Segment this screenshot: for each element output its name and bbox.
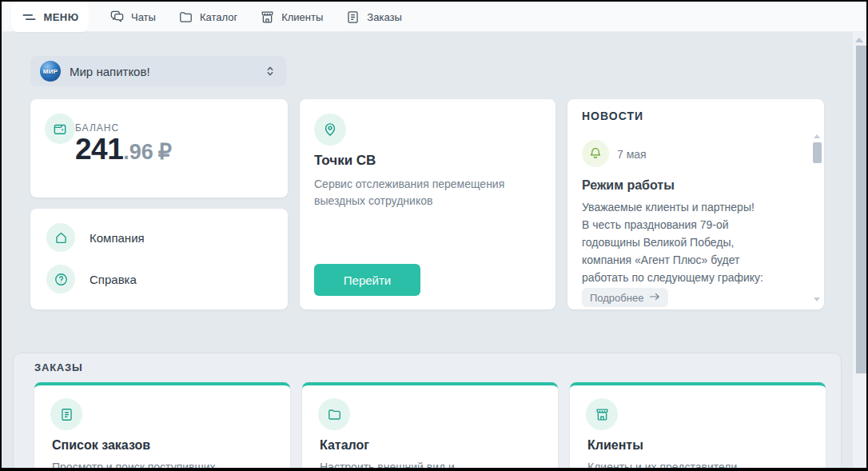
news-header: НОВОСТИ xyxy=(582,110,643,122)
news-card: НОВОСТИ 7 мая Режим работы Уважаемые кли… xyxy=(567,99,824,309)
balance-label: БАЛАНС xyxy=(75,122,119,134)
folder-icon xyxy=(318,398,350,430)
service-card: Точки СВ Сервис отслеживания перемещения… xyxy=(300,99,555,309)
news-more-link[interactable]: Подробнее xyxy=(582,288,668,307)
go-button[interactable]: Перейти xyxy=(314,264,420,296)
balance-fraction: .96 xyxy=(123,140,153,164)
link-label: Компания xyxy=(90,231,145,245)
news-title: Режим работы xyxy=(582,178,675,193)
news-body: Уважаемые клиенты и партнеры! В честь пр… xyxy=(582,199,799,287)
order-card-description: Настроить внешний вид и xyxy=(320,461,543,468)
link-company[interactable]: Компания xyxy=(46,223,145,252)
top-navigation-bar: МЕНЮ Чаты Каталог xyxy=(2,2,866,32)
storefront-icon xyxy=(586,398,618,430)
order-card-title: Список заказов xyxy=(52,438,150,453)
order-card-title: Каталог xyxy=(320,438,369,453)
news-date: 7 мая xyxy=(617,148,647,161)
nav-item-label: Клиенты xyxy=(281,11,323,23)
news-scrollbar-thumb[interactable] xyxy=(813,142,822,163)
menu-lines-icon xyxy=(22,11,37,23)
order-card-catalog[interactable]: Каталог Настроить внешний вид и xyxy=(302,382,558,468)
orders-section-header: ЗАКАЗЫ xyxy=(34,361,83,373)
scroll-up-arrow-icon[interactable] xyxy=(855,38,863,42)
quick-links-card: Компания Справка xyxy=(30,209,288,309)
order-card-description: Клиенты и их представители xyxy=(587,461,811,468)
link-help[interactable]: Справка xyxy=(46,265,137,293)
nav-item-clients[interactable]: Клиенты xyxy=(260,10,323,25)
company-name: Мир напитков! xyxy=(70,65,150,78)
nav-item-label: Каталог xyxy=(200,11,237,23)
nav-item-chats[interactable]: Чаты xyxy=(109,10,156,25)
order-card-clients[interactable]: Клиенты Клиенты и их представители xyxy=(570,382,826,468)
balance-card: БАЛАНС 241.96₽ xyxy=(30,99,288,198)
balance-value: 241.96₽ xyxy=(75,133,172,166)
scroll-down-arrow-icon[interactable] xyxy=(814,297,820,301)
nav-item-label: Чаты xyxy=(131,11,156,23)
orders-section: ЗАКАЗЫ Список заказов Просмотр и поиск п… xyxy=(13,353,842,468)
storefront-icon xyxy=(260,10,275,25)
order-card-title: Клиенты xyxy=(587,438,643,453)
news-more-label: Подробнее xyxy=(590,292,643,304)
wallet-icon xyxy=(45,114,75,144)
order-card-description: Просмотр и поиск поступивших xyxy=(52,461,276,468)
nav-item-orders[interactable]: Заказы xyxy=(345,10,401,25)
nav-item-label: Заказы xyxy=(367,11,401,23)
chats-icon xyxy=(109,10,125,25)
company-logo: МИР xyxy=(40,61,61,82)
link-label: Справка xyxy=(90,273,137,286)
page-scrollbar[interactable] xyxy=(853,32,866,468)
nav-items: Чаты Каталог Клиенты xyxy=(109,2,402,32)
location-pin-icon xyxy=(314,114,346,146)
help-icon xyxy=(46,265,75,293)
page-scrollbar-thumb[interactable] xyxy=(856,46,866,373)
service-description: Сервис отслеживания перемещения выездных… xyxy=(314,176,538,210)
app-window: МЕНЮ Чаты Каталог xyxy=(2,2,866,468)
scroll-up-arrow-icon[interactable] xyxy=(814,134,820,138)
company-selector[interactable]: МИР Мир напитков! xyxy=(30,56,286,86)
order-card-list[interactable]: Список заказов Просмотр и поиск поступив… xyxy=(34,382,290,468)
bell-icon xyxy=(582,140,609,167)
tab-menu-label: МЕНЮ xyxy=(44,11,79,23)
folder-icon xyxy=(178,10,193,25)
balance-whole: 241 xyxy=(75,133,123,166)
tab-menu[interactable]: МЕНЮ xyxy=(11,2,89,32)
home-icon xyxy=(46,223,75,252)
document-icon xyxy=(345,10,360,25)
arrow-right-icon xyxy=(649,292,660,304)
nav-item-catalog[interactable]: Каталог xyxy=(178,10,237,25)
chevron-up-down-icon xyxy=(264,64,277,78)
news-scrollbar[interactable] xyxy=(813,133,822,303)
balance-currency: ₽ xyxy=(158,140,172,164)
service-title: Точки СВ xyxy=(314,153,376,169)
document-icon xyxy=(50,398,82,430)
